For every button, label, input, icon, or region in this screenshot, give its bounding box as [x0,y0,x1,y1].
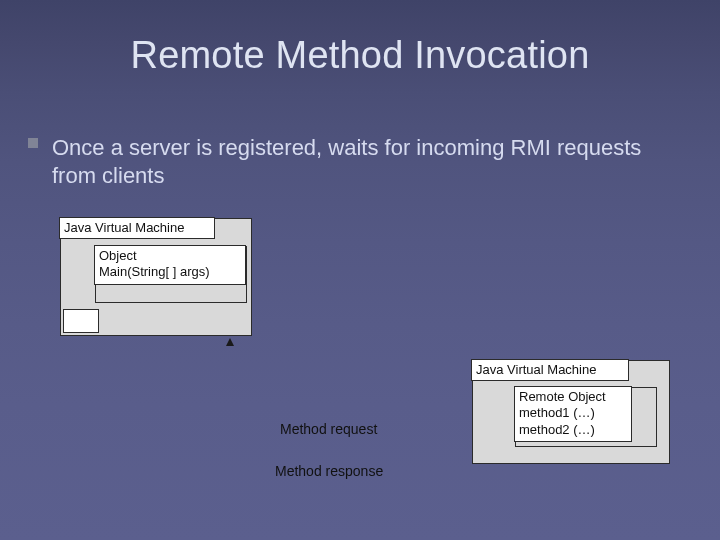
client-stub-box [63,309,99,333]
bullet-text: Once a server is registered, waits for i… [52,134,680,189]
method-request-label: Method request [280,421,377,437]
jvm-client-label: Java Virtual Machine [59,217,215,239]
jvm-server-label: Java Virtual Machine [471,359,629,381]
client-object-label: Object Main(String[ ] args) [94,245,246,285]
client-object-box: Object Main(String[ ] args) [95,246,247,303]
remote-object-box: Remote Object method1 (…) method2 (…) [515,387,657,447]
slide: Remote Method Invocation Once a server i… [0,0,720,540]
slide-title: Remote Method Invocation [0,34,720,77]
remote-object-label: Remote Object method1 (…) method2 (…) [514,386,632,442]
method-response-label: Method response [275,463,383,479]
arrow-up-icon [226,338,234,346]
jvm-client-box: Java Virtual Machine Object Main(String[… [60,218,252,336]
bullet-marker-icon [28,138,38,148]
bullet-item: Once a server is registered, waits for i… [28,134,680,189]
jvm-server-box: Java Virtual Machine Remote Object metho… [472,360,670,464]
